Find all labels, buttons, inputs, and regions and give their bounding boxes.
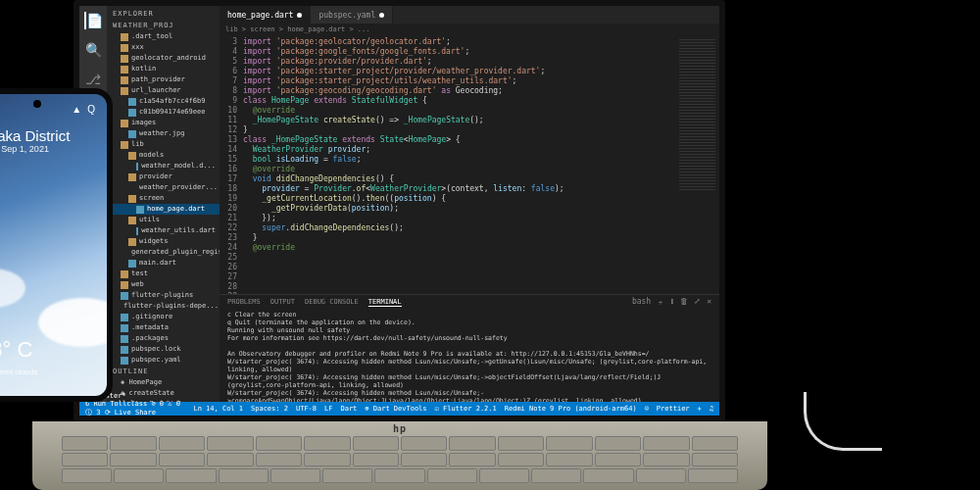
tree-item[interactable]: provider — [111, 172, 220, 182]
file-icon — [128, 98, 136, 106]
status-item[interactable]: Redmi Note 9 Pro (android-arm64) — [505, 405, 637, 413]
breadcrumb[interactable]: lib > screen > home_page.dart > ... — [220, 24, 719, 35]
status-item[interactable]: Spaces: 2 — [251, 405, 288, 413]
file-icon — [136, 227, 138, 235]
tree-item[interactable]: path_provider — [111, 74, 220, 85]
folder-icon — [128, 238, 136, 246]
tree-item[interactable]: pubspec.yaml — [111, 355, 220, 366]
source-control-icon[interactable]: ⎇ — [84, 71, 102, 88]
tree-item[interactable]: generated_plugin_regis... — [111, 247, 220, 258]
tree-item[interactable]: .packages — [111, 333, 220, 344]
tree-item[interactable]: main.dart — [111, 258, 220, 269]
folder-icon — [121, 270, 128, 278]
outline-item[interactable]: ◈ HomePage — [111, 377, 220, 388]
folder-icon — [128, 217, 136, 224]
status-item[interactable]: UTF-8 — [296, 405, 317, 413]
status-item[interactable]: Dart — [340, 405, 357, 413]
usb-cable — [804, 392, 882, 451]
tree-item[interactable]: weather_provider... — [111, 182, 220, 193]
terminal-shell-label[interactable]: bash — [632, 297, 651, 308]
tree-item[interactable]: .metadata — [111, 322, 220, 333]
status-item[interactable]: ⟳ Live Share — [105, 409, 156, 416]
tree-item[interactable]: geolocator_android — [111, 53, 220, 64]
tree-item[interactable]: flutter-plugins — [111, 290, 220, 301]
file-icon — [121, 335, 128, 343]
tree-item[interactable]: models — [111, 150, 220, 161]
tree-item[interactable]: weather_model.d... — [111, 161, 220, 172]
tree-item[interactable]: c01b094174e69eee — [111, 107, 220, 118]
tree-item[interactable]: test — [111, 269, 220, 279]
tree-item[interactable]: lib — [111, 139, 220, 150]
tree-item[interactable]: weather_utils.dart — [111, 225, 220, 236]
weather-condition: scattered clouds — [0, 368, 37, 376]
code-lines[interactable]: import 'package:geolocator/geolocator.da… — [243, 35, 719, 294]
folder-icon — [121, 87, 128, 95]
editor-tabs: home_page.dartpubspec.yaml — [220, 6, 719, 24]
editor-tab[interactable]: pubspec.yaml — [311, 6, 393, 24]
code-editor[interactable]: 3456789101112131415161718192021222324252… — [220, 35, 719, 294]
search-icon[interactable]: 🔍 — [84, 41, 102, 59]
panel-tools: bash ＋ ⫿ 🗑 ⤢ ✕ — [632, 297, 711, 308]
tree-item[interactable]: c1a54afb7cc4f6b9 — [111, 96, 220, 107]
explorer-sidebar: EXPLORER WEATHER_PROJ .dart_toolxxxgeolo… — [107, 6, 220, 402]
terminal-trash-icon[interactable]: 🗑 — [680, 297, 688, 308]
tree-item[interactable]: widgets — [111, 236, 220, 247]
folder-icon — [121, 281, 128, 289]
project-name[interactable]: WEATHER_PROJ — [107, 20, 220, 31]
panel-tab[interactable]: PROBLEMS — [227, 298, 261, 306]
panel-tab[interactable]: OUTPUT — [270, 298, 295, 306]
folder-icon — [121, 55, 128, 63]
tree-item[interactable]: xxx — [111, 42, 220, 53]
status-item[interactable]: ☺ — [645, 405, 649, 413]
cloud-graphic — [0, 269, 25, 308]
status-item[interactable]: ⊕ Dart DevTools — [365, 405, 426, 413]
panel-maximize-icon[interactable]: ⤢ — [694, 297, 701, 308]
folder-icon — [128, 173, 136, 181]
notification-icon: ▲ — [72, 104, 81, 115]
terminal-add-icon[interactable]: ＋ — [657, 297, 664, 308]
laptop: 📄 🔍 ⎇ ▶ ▦ ◧ ⇄ ☑ ◆ ☻ ● ☺ ⚙ EXPLORER WEATH… — [74, 0, 725, 490]
folder-icon — [121, 120, 128, 127]
outline-title[interactable]: OUTLINE — [107, 366, 220, 377]
tree-item[interactable]: url_launcher — [111, 85, 220, 96]
minimap[interactable] — [675, 35, 719, 294]
panel-tab[interactable]: DEBUG CONSOLE — [305, 298, 359, 306]
panel-close-icon[interactable]: ✕ — [707, 297, 711, 308]
phone-status-icons: ▲ Q — [72, 104, 95, 115]
status-item[interactable]: ☑ Flutter 2.2.1 — [435, 405, 497, 413]
status-item[interactable]: ⓘ 3 — [85, 409, 100, 416]
terminal-split-icon[interactable]: ⫿ — [670, 297, 674, 308]
file-icon — [121, 324, 128, 332]
tree-item[interactable]: .gitignore — [111, 312, 220, 322]
terminal-output[interactable]: c Clear the screen q Quit (terminate the… — [220, 309, 719, 402]
panel-tab[interactable]: TERMINAL — [368, 298, 402, 307]
cloud-graphic — [38, 298, 113, 347]
laptop-base: hp — [32, 421, 767, 490]
tree-item[interactable]: kotlin — [111, 64, 220, 74]
status-item[interactable]: ⊘ 0 ⚠ 0 — [151, 400, 180, 408]
tree-item[interactable]: home_page.dart — [111, 204, 220, 215]
editor-tab[interactable]: home_page.dart — [220, 6, 311, 24]
tree-item[interactable]: web — [111, 279, 220, 290]
tree-item[interactable]: images — [111, 118, 220, 128]
folder-icon — [128, 152, 136, 160]
status-item[interactable]: Prettier — [657, 405, 690, 413]
status-item[interactable]: Ln 14, Col 1 — [193, 405, 243, 413]
status-item[interactable]: ✈ — [698, 405, 702, 413]
tree-item[interactable]: screen — [111, 193, 220, 204]
explorer-icon[interactable]: 📄 — [84, 12, 102, 29]
file-icon — [128, 260, 136, 268]
panel-tabs: PROBLEMSOUTPUTDEBUG CONSOLETERMINAL bash… — [220, 295, 719, 309]
tree-item[interactable]: weather.jpg — [111, 128, 220, 139]
status-item[interactable]: ♫ — [710, 405, 713, 413]
folder-icon — [128, 195, 136, 203]
keyboard — [62, 436, 738, 483]
tree-item[interactable]: utils — [111, 215, 220, 225]
tree-item[interactable]: flutter-plugins-depe... — [111, 301, 220, 312]
status-item[interactable]: LF — [324, 405, 332, 413]
dirty-indicator-icon — [297, 13, 302, 18]
tree-item[interactable]: .dart_tool — [111, 31, 220, 42]
status-bar: ⎇ master* ↻ Run Tollclass ⊘ 0 ⚠ 0 ⓘ 3 ⟳ … — [79, 402, 719, 416]
tree-item[interactable]: pubspec.lock — [111, 344, 220, 355]
file-icon — [121, 292, 128, 300]
